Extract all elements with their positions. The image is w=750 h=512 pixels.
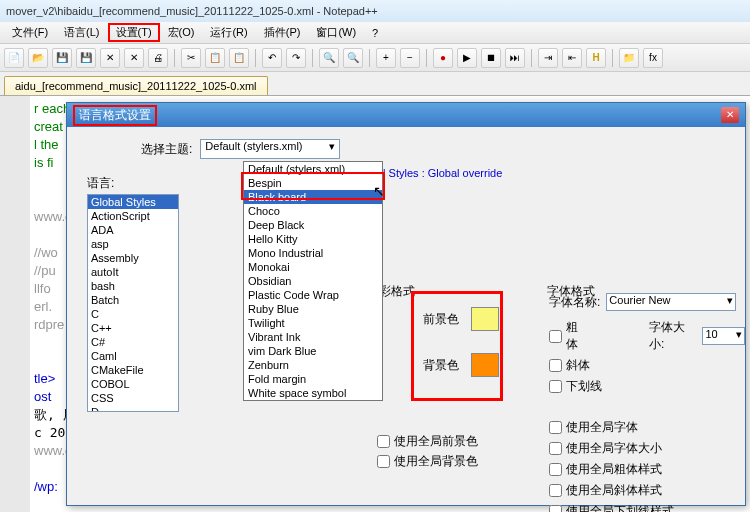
use-global-fg-checkbox[interactable] <box>377 435 390 448</box>
language-listbox[interactable]: Global StylesActionScriptADAaspAssemblya… <box>87 194 179 412</box>
new-icon[interactable]: 📄 <box>4 48 24 68</box>
paste-icon[interactable]: 📋 <box>229 48 249 68</box>
theme-item[interactable]: Fold margin <box>244 372 382 386</box>
theme-item[interactable]: Mono Industrial <box>244 246 382 260</box>
cut-icon[interactable]: ✂ <box>181 48 201 68</box>
record-icon[interactable]: ● <box>433 48 453 68</box>
dialog-titlebar[interactable]: 语言格式设置 ✕ <box>67 103 745 127</box>
theme-select[interactable]: Default (stylers.xml) ▾ <box>200 139 340 159</box>
theme-item[interactable]: Default (stylers.xml) <box>244 162 382 176</box>
menu-plugins[interactable]: 插件(P) <box>256 25 309 40</box>
theme-item[interactable]: vim Dark Blue <box>244 344 382 358</box>
playback-icon[interactable]: ⏭ <box>505 48 525 68</box>
lang-item[interactable]: ActionScript <box>88 209 178 223</box>
close-icon[interactable]: ✕ <box>100 48 120 68</box>
use-global-underline-checkbox[interactable] <box>549 505 562 512</box>
theme-item[interactable]: Zenburn <box>244 358 382 372</box>
style-dialog: 语言格式设置 ✕ 选择主题: Default (stylers.xml) ▾ 语… <box>66 102 746 506</box>
lang-item[interactable]: asp <box>88 237 178 251</box>
theme-item[interactable]: White space symbol <box>244 386 382 400</box>
underline-checkbox[interactable] <box>549 380 562 393</box>
bold-checkbox[interactable] <box>549 330 562 343</box>
zoomin-icon[interactable]: + <box>376 48 396 68</box>
use-global-bold-checkbox[interactable] <box>549 463 562 476</box>
chevron-down-icon: ▾ <box>329 140 335 153</box>
copy-icon[interactable]: 📋 <box>205 48 225 68</box>
zoomout-icon[interactable]: − <box>400 48 420 68</box>
saveall-icon[interactable]: 💾 <box>76 48 96 68</box>
theme-item[interactable]: Plastic Code Wrap <box>244 288 382 302</box>
lang-item[interactable]: CMakeFile <box>88 363 178 377</box>
outdent-icon[interactable]: ⇤ <box>562 48 582 68</box>
theme-item[interactable]: Obsidian <box>244 274 382 288</box>
lang-item[interactable]: Global Styles <box>88 195 178 209</box>
use-global-bg-checkbox[interactable] <box>377 455 390 468</box>
lang-item[interactable]: Batch <box>88 293 178 307</box>
menu-help[interactable]: ? <box>364 27 386 39</box>
hidden-icon[interactable]: H <box>586 48 606 68</box>
lang-item[interactable]: CSS <box>88 391 178 405</box>
chevron-down-icon: ▾ <box>727 294 733 307</box>
lang-item[interactable]: ADA <box>88 223 178 237</box>
lang-item[interactable]: D <box>88 405 178 412</box>
open-icon[interactable]: 📂 <box>28 48 48 68</box>
theme-item[interactable]: Deep Black <box>244 218 382 232</box>
italic-checkbox[interactable] <box>549 359 562 372</box>
lang-item[interactable]: autoIt <box>88 265 178 279</box>
menu-settings[interactable]: 设置(T) <box>108 23 160 42</box>
theme-item[interactable]: Vibrant Ink <box>244 330 382 344</box>
menu-window[interactable]: 窗口(W) <box>308 25 364 40</box>
use-global-size-checkbox[interactable] <box>549 442 562 455</box>
background-row: 背景色 <box>423 353 499 377</box>
stop-icon[interactable]: ⏹ <box>481 48 501 68</box>
theme-item[interactable]: Bespin <box>244 176 382 190</box>
theme-item[interactable]: Black board <box>244 190 382 204</box>
theme-item[interactable]: Ruby Blue <box>244 302 382 316</box>
foreground-row: 前景色 <box>423 307 499 331</box>
theme-item[interactable]: Hello Kitty <box>244 232 382 246</box>
lang-item[interactable]: C <box>88 307 178 321</box>
toolbar: 📄 📂 💾 💾 ✕ ✕ 🖨 ✂ 📋 📋 ↶ ↷ 🔍 🔍 + − ● ▶ ⏹ ⏭ … <box>0 44 750 72</box>
undo-icon[interactable]: ↶ <box>262 48 282 68</box>
use-global-italic-checkbox[interactable] <box>549 484 562 497</box>
dialog-close-icon[interactable]: ✕ <box>721 107 739 123</box>
menu-lang[interactable]: 语言(L) <box>56 25 107 40</box>
fg-label: 前景色 <box>423 311 459 328</box>
theme-item[interactable]: Smart HighLighting <box>244 400 382 401</box>
menu-macro[interactable]: 宏(O) <box>160 25 203 40</box>
lang-item[interactable]: C++ <box>88 321 178 335</box>
font-name-select[interactable]: Courier New ▾ <box>606 293 736 311</box>
theme-dropdown[interactable]: Default (stylers.xml)BespinBlack boardCh… <box>243 161 383 401</box>
theme-item[interactable]: Twilight <box>244 316 382 330</box>
menu-file[interactable]: 文件(F) <box>4 25 56 40</box>
save-icon[interactable]: 💾 <box>52 48 72 68</box>
fg-color-swatch[interactable] <box>471 307 499 331</box>
font-section: 字体名称: Courier New ▾ 粗体 字体大小: 10 ▾ 斜体 下划线… <box>549 293 745 512</box>
menu-run[interactable]: 运行(R) <box>202 25 255 40</box>
use-global-font-checkbox[interactable] <box>549 421 562 434</box>
closeall-icon[interactable]: ✕ <box>124 48 144 68</box>
lang-item[interactable]: bash <box>88 279 178 293</box>
theme-item[interactable]: Monokai <box>244 260 382 274</box>
theme-item[interactable]: Choco <box>244 204 382 218</box>
font-size-select[interactable]: 10 ▾ <box>702 327 745 345</box>
file-tab[interactable]: aidu_[recommend_music]_20111222_1025-0.x… <box>4 76 268 95</box>
bg-label: 背景色 <box>423 357 459 374</box>
font-size-label: 字体大小: <box>649 319 698 353</box>
folder-icon[interactable]: 📁 <box>619 48 639 68</box>
bg-color-swatch[interactable] <box>471 353 499 377</box>
print-icon[interactable]: 🖨 <box>148 48 168 68</box>
font-name-label: 字体名称: <box>549 294 600 311</box>
title-bar: mover_v2\hibaidu_[recommend_music]_20111… <box>0 0 750 22</box>
lang-item[interactable]: Assembly <box>88 251 178 265</box>
lang-item[interactable]: Caml <box>88 349 178 363</box>
find-icon[interactable]: 🔍 <box>319 48 339 68</box>
play-icon[interactable]: ▶ <box>457 48 477 68</box>
line-gutter <box>0 96 30 512</box>
replace-icon[interactable]: 🔍 <box>343 48 363 68</box>
lang-item[interactable]: COBOL <box>88 377 178 391</box>
indent-icon[interactable]: ⇥ <box>538 48 558 68</box>
lang-item[interactable]: C# <box>88 335 178 349</box>
redo-icon[interactable]: ↷ <box>286 48 306 68</box>
func-icon[interactable]: fx <box>643 48 663 68</box>
